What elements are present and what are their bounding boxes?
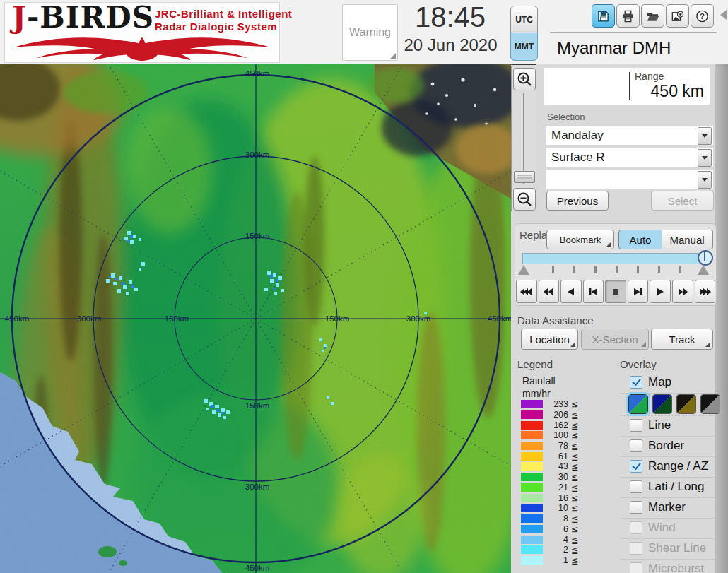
utc-button[interactable]: UTC	[510, 6, 538, 34]
bookmark-button[interactable]: Bookmark	[546, 230, 614, 249]
previous-button[interactable]: Previous	[546, 191, 609, 211]
zoom-out-button[interactable]	[513, 188, 536, 211]
select-button[interactable]: Select	[651, 191, 714, 211]
timeline-end-marker[interactable]	[698, 265, 709, 275]
overlay-item-shear-line[interactable]: Shear Line	[620, 539, 715, 560]
panel-collapse-arrow-icon[interactable]	[720, 10, 727, 20]
dropdown-button[interactable]	[698, 149, 712, 167]
reverse-play-button[interactable]	[560, 280, 582, 303]
overlay-item-border[interactable]: Border	[620, 437, 715, 457]
map-style-swatch-3[interactable]	[676, 394, 696, 414]
fast-rewind-3-icon	[520, 288, 532, 296]
overlay-item-range-az[interactable]: Range / AZ	[620, 457, 715, 478]
step-back-button[interactable]	[583, 280, 604, 303]
overlay-item-wind[interactable]: Wind	[620, 519, 715, 539]
checkbox[interactable]	[630, 376, 642, 389]
legend-row: 162≦	[521, 421, 592, 431]
dropdown-button[interactable]	[698, 171, 712, 189]
print-icon	[621, 8, 635, 24]
map-zoom-control	[511, 66, 538, 213]
legend-row: 43≦	[521, 462, 592, 472]
overlay-item-microburst[interactable]: Microburst	[620, 560, 715, 573]
auto-mode-button[interactable]: Auto	[618, 230, 662, 249]
location-label: Location	[529, 333, 570, 345]
legend-unit: Rainfall	[522, 375, 556, 386]
fast-forward-2-button[interactable]	[672, 280, 693, 303]
legend-value: 21	[544, 483, 568, 492]
mmt-button[interactable]: MMT	[510, 33, 538, 61]
brand-tagline-1: JRC-Brilliant & Intelligent	[155, 8, 292, 20]
brand-title: J-BIRDS	[12, 0, 154, 35]
legend-swatch	[521, 452, 543, 461]
overlay-item-line[interactable]: Line	[620, 416, 715, 437]
checkbox[interactable]	[630, 542, 642, 555]
checkbox[interactable]	[630, 501, 642, 514]
legend-operator: ≦	[571, 472, 578, 483]
option-dropdown[interactable]	[546, 170, 713, 189]
checkbox[interactable]	[630, 562, 642, 573]
checkbox[interactable]	[630, 439, 642, 452]
map-style-swatch-4[interactable]	[700, 394, 720, 414]
legend-row: 30≦	[521, 473, 592, 483]
legend-row: 4≦	[521, 536, 592, 545]
legend-value: 16	[544, 493, 568, 503]
legend-operator: ≦	[571, 555, 578, 566]
check-icon	[632, 461, 640, 470]
replay-panel: Replay Bookmark Auto Manual	[515, 223, 717, 306]
open-folder-icon	[646, 8, 659, 24]
step-forward-button[interactable]	[628, 280, 649, 303]
fast-forward-3-button[interactable]	[695, 280, 716, 303]
overlay-item-label: Map	[648, 375, 671, 389]
legend-value: 100	[544, 430, 568, 440]
replay-timeline-track[interactable]	[522, 253, 710, 264]
fast-rewind-2-button[interactable]	[539, 280, 560, 303]
legend-row: 78≦	[521, 442, 592, 451]
replay-timeline-handle[interactable]	[698, 250, 713, 266]
fast-rewind-3-button[interactable]	[516, 280, 537, 303]
legend-value: 30	[544, 472, 568, 482]
checkbox[interactable]	[630, 480, 642, 493]
location-button[interactable]: Location	[521, 329, 578, 350]
checkbox[interactable]	[630, 521, 642, 534]
help-button[interactable]: ?	[691, 4, 714, 28]
overlay-item-label: Range / AZ	[648, 459, 708, 473]
play-button[interactable]	[650, 280, 671, 303]
legend-operator: ≦	[571, 545, 578, 555]
product-dropdown[interactable]: Surface R	[546, 148, 713, 167]
overlay-item-lati-long[interactable]: Lati / Long	[620, 478, 715, 498]
add-image-button[interactable]	[666, 4, 689, 28]
zoom-slider-handle[interactable]	[514, 171, 535, 183]
checkbox[interactable]	[630, 419, 642, 432]
legend-value: 2	[544, 545, 568, 555]
timeline-start-marker[interactable]	[518, 265, 529, 275]
save-button[interactable]	[592, 4, 615, 28]
overlay-item-label: Microburst	[648, 562, 704, 573]
check-icon	[632, 377, 640, 386]
x-section-button[interactable]: X-Section	[581, 329, 649, 350]
jbirds-logo: J-BIRDS JRC-Brilliant & Intelligent Rada…	[4, 2, 280, 63]
stop-button[interactable]	[605, 280, 626, 303]
overlay-item-map[interactable]: Map	[620, 373, 715, 394]
print-button[interactable]	[616, 4, 640, 28]
panel-edge-strip[interactable]	[715, 64, 728, 573]
dropdown-button[interactable]	[698, 127, 712, 145]
map-style-swatch-1[interactable]	[628, 394, 648, 414]
zoom-in-button[interactable]	[513, 68, 536, 90]
map-style-swatch-2[interactable]	[652, 394, 672, 414]
manual-mode-button[interactable]: Manual	[662, 230, 713, 249]
legend-operator: ≦	[571, 410, 578, 420]
radar-map[interactable]: 450km 300km 150km 150km 300km 450km 450k…	[0, 64, 511, 573]
site-dropdown[interactable]: Mandalay	[546, 126, 713, 145]
playback-controls	[516, 280, 715, 303]
range-label: 450km	[245, 564, 270, 572]
step-back-icon	[588, 288, 598, 296]
timeline-tick	[594, 266, 597, 273]
divider	[629, 72, 630, 100]
zoom-slider-track[interactable]	[523, 93, 524, 184]
track-button[interactable]: Track	[651, 329, 713, 350]
checkbox[interactable]	[630, 460, 642, 473]
open-folder-button[interactable]	[641, 4, 664, 28]
legend-operator: ≦	[571, 441, 578, 451]
overlay-item-marker[interactable]: Marker	[620, 498, 715, 519]
range-label: 150km	[325, 314, 350, 323]
